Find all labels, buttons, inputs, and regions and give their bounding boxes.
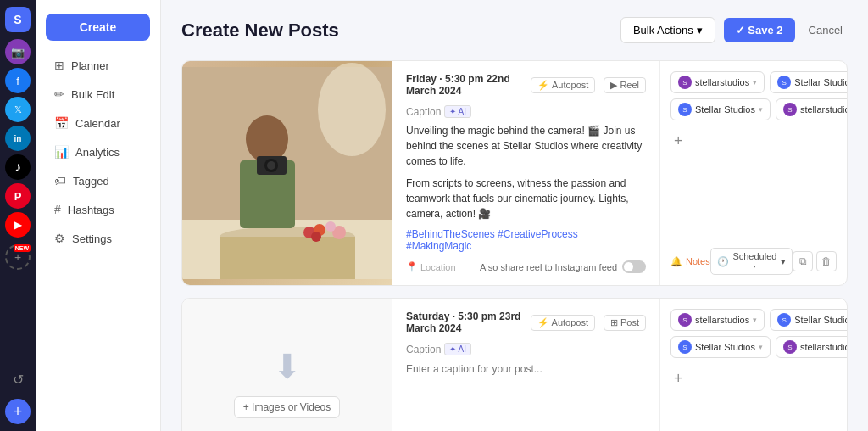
sidebar-item-analytics[interactable]: 📊 Analytics [41,138,155,165]
post-footer-1: 📍 Location Also share reel to Instagram … [406,260,646,273]
account-badge-stellarstudios-3[interactable]: S stellarstudios ▾ [670,309,765,331]
notes-button-1[interactable]: 🔔 Notes [670,256,710,267]
account-badge-stellar-studios-4[interactable]: S Stellar Studios ▾ [670,336,771,358]
new-badge: NEW [14,244,31,252]
icon-sidebar: S 📷 f 𝕏 in ♪ P ▶ + NEW ↺ + [0,0,36,431]
autopost-badge-1[interactable]: ⚡ Autopost [531,77,595,93]
account-badge-stellar-studios-1[interactable]: S Stellar Studios ▾ [770,71,848,93]
sidebar-item-settings[interactable]: ⚙ Settings [41,225,155,252]
upload-button-2[interactable]: + Images or Videos [234,396,341,418]
user-avatar[interactable]: S [5,7,31,32]
notes-icon: 🔔 [670,256,682,267]
account-badge-stellarstudios-1[interactable]: S stellarstudios ▾ [670,71,765,93]
copy-button-1[interactable]: ⧉ [793,251,813,271]
main-content: Create New Posts Bulk Actions ▾ ✓ Save 2… [161,0,868,431]
sidebar-item-tagged[interactable]: 🏷 Tagged [41,167,155,194]
account-row-1-bottom: S Stellar Studios ▾ S stellarstudios ▾ [670,98,837,120]
account-avatar: S [777,76,791,89]
recents-icon[interactable]: ↺ [5,367,31,392]
svg-point-8 [267,161,275,170]
post-card-1: Friday · 5:30 pm 22nd March 2024 ⚡ Autop… [181,60,848,286]
account-badge-stellarstudios-4[interactable]: S stellarstudios ▾ [776,336,848,358]
chevron-down-icon: ▾ [753,78,757,87]
ai-badge-2[interactable]: ✦ AI [444,343,471,355]
sidebar-item-bulk-edit[interactable]: ✏ Bulk Edit [41,81,155,108]
location-icon: 📍 [406,261,418,272]
upload-arrow-icon: ⬇ [273,347,302,386]
platform-facebook[interactable]: f [5,68,31,93]
post-meta-1: Friday · 5:30 pm 22nd March 2024 ⚡ Autop… [406,73,646,97]
account-avatar: S [783,340,797,354]
type-badge-1[interactable]: ▶ Reel [604,77,646,93]
sidebar-item-calendar[interactable]: 📅 Calendar [41,109,155,137]
post-image-placeholder-2[interactable]: ⬇ + Images or Videos [182,299,392,431]
svg-point-14 [311,232,321,242]
sidebar-item-planner-label: Planner [71,59,109,72]
tagged-icon: 🏷 [54,174,66,188]
platform-tiktok[interactable]: ♪ [5,154,31,180]
chevron-down-icon: ▾ [753,316,757,324]
post-datetime-2: Saturday · 5:30 pm 23rd March 2024 [406,311,522,334]
panel-footer-1: 🔔 Notes 🕐 Scheduled · ▾ ⧉ 🗑 [670,241,837,275]
platform-twitter[interactable]: 𝕏 [5,97,31,122]
platform-pinterest[interactable]: P [5,183,31,209]
page-header: Create New Posts Bulk Actions ▾ ✓ Save 2… [181,17,848,43]
add-account-button-1[interactable]: + [670,129,687,154]
page-title: Create New Posts [181,20,339,42]
account-name: Stellar Studios [794,77,848,87]
account-avatar: S [783,103,797,116]
account-avatar: S [678,313,692,327]
account-row-2-top: S stellarstudios ▾ S Stellar Studios ▾ [670,309,837,331]
calendar-icon: 📅 [54,116,69,130]
cancel-button[interactable]: Cancel [804,18,848,42]
ai-badge-1[interactable]: ✦ AI [444,105,471,118]
save-button[interactable]: ✓ Save 2 [724,18,795,42]
platform-instagram[interactable]: 📷 [5,39,31,64]
account-name: stellarstudios [800,342,848,352]
sidebar-item-settings-label: Settings [72,232,112,245]
post-datetime-1: Friday · 5:30 pm 22nd March 2024 [406,73,522,97]
sidebar-item-analytics-label: Analytics [75,146,120,159]
sidebar-item-hashtags[interactable]: # Hashtags [41,196,155,223]
post-hashtags: #BehindTheScenes #CreativeProcess #Makin… [406,228,646,252]
bulk-edit-icon: ✏ [54,87,64,101]
share-reel-toggle[interactable] [622,260,646,273]
action-icons-1: ⧉ 🗑 [793,251,837,271]
account-name: Stellar Studios [695,342,755,352]
post-right-panel-1: S stellarstudios ▾ S Stellar Studios ▾ S… [660,61,847,285]
post-right-panel-2: S stellarstudios ▾ S Stellar Studios ▾ S… [660,299,847,431]
chevron-down-icon: ▾ [781,256,786,267]
reel-icon: ▶ [610,80,617,91]
autopost-icon: ⚡ [537,317,549,328]
sidebar-item-hashtags-label: Hashtags [68,204,114,216]
location-label[interactable]: 📍 Location [406,261,456,272]
account-name: stellarstudios [800,104,848,115]
scheduled-button-1[interactable]: 🕐 Scheduled · ▾ [710,248,793,275]
bulk-actions-button[interactable]: Bulk Actions ▾ [620,17,715,43]
create-button[interactable]: Create [46,14,150,41]
account-badge-stellar-studios-3[interactable]: S Stellar Studios ▾ [770,309,848,331]
chevron-down-icon: ▾ [759,105,763,114]
quick-add-button[interactable]: + [5,399,31,424]
share-reel-toggle-area: Also share reel to Instagram feed [480,260,646,273]
add-platform-button[interactable]: + NEW [5,244,31,270]
autopost-badge-2[interactable]: ⚡ Autopost [531,315,595,331]
analytics-icon: 📊 [54,145,69,159]
account-avatar: S [678,76,692,89]
account-avatar: S [777,313,791,327]
svg-rect-3 [220,237,355,279]
post-image-1[interactable] [182,61,392,285]
chevron-down-icon: ▾ [759,343,763,351]
type-badge-2[interactable]: ⊞ Post [604,315,646,331]
platform-linkedin[interactable]: in [5,126,31,151]
svg-point-11 [326,221,336,232]
account-badge-stellarstudios-2[interactable]: S stellarstudios ▾ [776,98,848,120]
sidebar-item-planner[interactable]: ⊞ Planner [41,52,155,79]
delete-button-1[interactable]: 🗑 [816,251,837,271]
account-row-1-top: S stellarstudios ▾ S Stellar Studios ▾ [670,71,837,93]
caption-input-2[interactable] [406,363,646,375]
add-account-button-2[interactable]: + [670,367,687,391]
platform-youtube[interactable]: ▶ [5,212,31,238]
share-reel-label: Also share reel to Instagram feed [480,262,617,272]
account-badge-stellar-studios-2[interactable]: S Stellar Studios ▾ [670,98,771,120]
